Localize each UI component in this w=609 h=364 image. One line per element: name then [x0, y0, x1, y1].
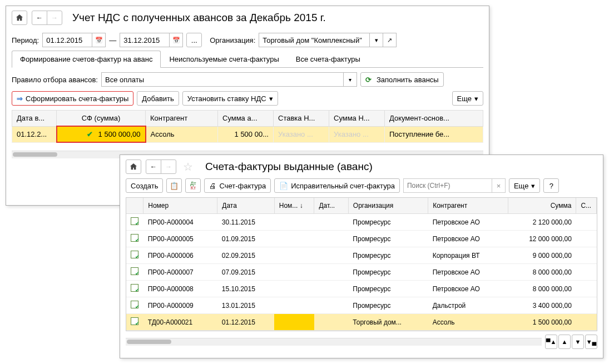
- col-number[interactable]: Номер: [143, 198, 217, 214]
- date-to-calendar-icon[interactable]: 📅: [170, 33, 183, 47]
- col-nom[interactable]: Ном... ↓: [274, 198, 314, 214]
- date-from-input[interactable]: [42, 33, 92, 47]
- period-picker-button[interactable]: ...: [186, 33, 202, 47]
- cell-number: ПР00-А000006: [143, 247, 217, 264]
- printer-icon: 🖨: [209, 182, 216, 190]
- table-row[interactable]: 01.12.2... ✔1 500 000,00 Ассоль 1 500 00…: [12, 126, 483, 142]
- cell-icon: [126, 214, 143, 231]
- cell-date: 01.09.2015: [217, 231, 274, 247]
- home-button[interactable]: [12, 11, 27, 25]
- window-invoices-issued: ← → ☆ Счета-фактуры выданные (аванс) Соз…: [120, 154, 603, 358]
- document-icon: [131, 301, 138, 308]
- org-dropdown-icon[interactable]: ▾: [370, 33, 383, 47]
- document-icon: [131, 267, 138, 275]
- arrow-right-blue-icon: ⇒: [17, 94, 23, 103]
- home-button[interactable]: [126, 159, 141, 174]
- set-vat-button[interactable]: Установить ставку НДС ▾: [182, 91, 278, 106]
- add-button[interactable]: Добавить: [137, 91, 179, 106]
- cell-number: ПР00-А000009: [143, 297, 217, 314]
- org-input[interactable]: [259, 33, 370, 47]
- col-sum[interactable]: Сумма: [508, 198, 576, 214]
- cell-org: Промресурс: [348, 281, 428, 297]
- more-button[interactable]: Еще ▾: [452, 91, 483, 106]
- help-button[interactable]: ?: [543, 178, 559, 193]
- search-input[interactable]: [403, 178, 492, 193]
- cell-dat: [314, 247, 348, 264]
- table-row[interactable]: ПР00-А00000430.11.2015ПромресурсПетровск…: [126, 214, 597, 231]
- sort-down-icon: ↓: [300, 202, 303, 210]
- cell-agent: Петровское АО: [428, 214, 508, 231]
- col-agent[interactable]: Контрагент: [146, 111, 218, 127]
- search-clear-button[interactable]: ×: [492, 178, 506, 193]
- nav-first-button[interactable]: ▀▲: [545, 335, 557, 349]
- cell-extra: [576, 281, 597, 297]
- back-button[interactable]: ←: [32, 11, 47, 25]
- cell-extra: [576, 231, 597, 247]
- document-icon: [131, 284, 138, 292]
- cell-nom: [274, 297, 314, 314]
- form-invoices-button[interactable]: ⇒ Сформировать счета-фактуры: [12, 91, 133, 106]
- invoices-table: Номер Дата Ном... ↓ Дат... Организация К…: [126, 198, 597, 331]
- col-sf[interactable]: СФ (сумма): [57, 111, 146, 127]
- cell-agent: Ассоль: [146, 126, 218, 142]
- forward-button[interactable]: →: [161, 159, 176, 174]
- correction-sf-button[interactable]: 📄Исправительный счет-фактура: [274, 178, 400, 193]
- cell-rate: Указано ...: [274, 126, 329, 142]
- tabs: Формирование счетов-фактур на аванс Неис…: [12, 51, 483, 68]
- date-to-input[interactable]: [120, 33, 170, 47]
- col-dat[interactable]: Дат...: [314, 198, 348, 214]
- table-row[interactable]: ТД00-А00002101.12.2015Торговый дом...Асс…: [126, 314, 597, 331]
- cell-number: ПР00-А000004: [143, 214, 217, 231]
- col-org[interactable]: Организация: [348, 198, 428, 214]
- cell-org: Промресурс: [348, 264, 428, 281]
- col-rate[interactable]: Ставка Н...: [274, 111, 329, 127]
- period-label: Период:: [12, 36, 39, 44]
- arrow-right-icon: →: [51, 14, 58, 22]
- tab-forming[interactable]: Формирование счетов-фактур на аванс: [12, 51, 161, 68]
- form-invoices-label: Сформировать счета-фактуры: [26, 94, 128, 103]
- cell-org: Промресурс: [348, 247, 428, 264]
- cell-dat: [314, 264, 348, 281]
- rule-select[interactable]: [101, 72, 344, 87]
- col-extra[interactable]: С...: [576, 198, 597, 214]
- cell-sf: ✔1 500 000,00: [57, 126, 146, 142]
- nav-up-button[interactable]: ▲: [558, 335, 571, 349]
- col-agent[interactable]: Контрагент: [428, 198, 508, 214]
- create-button[interactable]: Создать: [126, 178, 163, 193]
- rule-dropdown-icon[interactable]: ▾: [344, 72, 357, 87]
- more-button[interactable]: Еще ▾: [509, 178, 540, 193]
- back-button[interactable]: ←: [146, 159, 161, 174]
- table-row[interactable]: ПР00-А00000707.09.2015ПромресурсПетровск…: [126, 264, 597, 281]
- col-date[interactable]: Дата в...: [12, 111, 57, 127]
- table-row[interactable]: ПР00-А00000602.09.2015ПромресурсКорпорац…: [126, 247, 597, 264]
- table-row[interactable]: ПР00-А00000501.09.2015ПромресурсПетровск…: [126, 231, 597, 247]
- cell-extra: [576, 247, 597, 264]
- home-icon: [16, 14, 23, 22]
- copy-button[interactable]: 📋: [166, 178, 182, 193]
- chevron-down-icon: ▾: [531, 182, 535, 190]
- cell-agent: Ассоль: [428, 314, 508, 331]
- horizontal-scrollbar[interactable]: [126, 338, 542, 346]
- cell-icon: [126, 247, 143, 264]
- date-from-calendar-icon[interactable]: 📅: [92, 33, 106, 47]
- forward-button[interactable]: →: [47, 11, 62, 25]
- favorite-star-icon[interactable]: ☆: [183, 160, 193, 173]
- col-vatsum[interactable]: Сумма Н...: [329, 111, 385, 127]
- fill-advances-button[interactable]: Заполнить авансы: [360, 72, 444, 87]
- cell-sum: 8 000 000,00: [508, 281, 576, 297]
- col-doc[interactable]: Документ-основ...: [385, 111, 483, 127]
- cell-sum: 3 400 000,00: [508, 297, 576, 314]
- cell-date: 30.11.2015: [217, 214, 274, 231]
- table-row[interactable]: ПР00-А00000815.10.2015ПромресурсПетровск…: [126, 281, 597, 297]
- dtkt-button[interactable]: ДтКт: [185, 178, 201, 193]
- nav-down-button[interactable]: ▼: [572, 335, 584, 349]
- col-sum[interactable]: Сумма а...: [218, 111, 274, 127]
- table-row[interactable]: ПР00-А00000913.01.2015ПромресурсДальстро…: [126, 297, 597, 314]
- tab-all[interactable]: Все счета-фактуры: [288, 51, 369, 68]
- tab-unused[interactable]: Неиспользуемые счета-фактуры: [161, 51, 287, 68]
- document-icon: [131, 217, 138, 225]
- col-date[interactable]: Дата: [217, 198, 274, 214]
- nav-last-button[interactable]: ▼▄: [585, 335, 597, 349]
- org-open-icon[interactable]: ↗: [383, 33, 397, 47]
- print-sf-button[interactable]: 🖨Счет-фактура: [204, 178, 271, 193]
